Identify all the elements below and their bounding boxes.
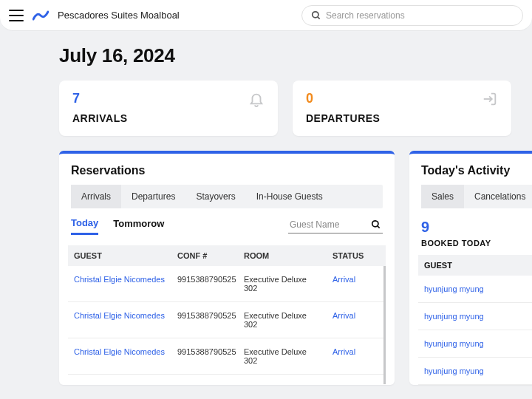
guest-link[interactable]: hyunjung myung — [424, 339, 484, 348]
room-cell: Executive Deluxe 302 — [238, 347, 327, 365]
page-title: July 16, 2024 — [59, 44, 511, 67]
svg-line-1 — [318, 16, 320, 18]
table-row[interactable]: Christal Elgie Nicomedes9915388790525Exe… — [68, 338, 383, 375]
svg-line-3 — [378, 225, 380, 228]
reservations-table-body[interactable]: Christal Elgie Nicomedes9915388790525Exe… — [68, 266, 386, 384]
arrivals-count: 7 — [72, 91, 265, 106]
svg-point-2 — [372, 220, 378, 226]
tab-inhouse[interactable]: In-House Guests — [246, 185, 333, 208]
property-name: Pescadores Suites Moalboal — [58, 10, 180, 21]
guest-link[interactable]: Christal Elgie Nicomedes — [74, 383, 165, 384]
guest-search-input[interactable] — [290, 219, 356, 230]
room-cell: Executive Deluxe 302 — [238, 383, 327, 384]
search-icon — [311, 10, 321, 21]
conf-cell: 9915388790525 — [171, 311, 238, 329]
guest-search[interactable] — [288, 218, 383, 233]
reservations-tabbar: Arrivals Departures Stayovers In-House G… — [71, 185, 383, 208]
booked-count: 9 — [409, 208, 532, 239]
global-search[interactable] — [301, 5, 523, 26]
arrivals-label: ARRIVALS — [72, 112, 265, 124]
col-conf: CONF # — [171, 251, 238, 260]
search-input[interactable] — [326, 10, 514, 21]
conf-cell: 9915388790525 — [171, 383, 238, 384]
status-link[interactable]: Arrival — [332, 347, 355, 356]
table-row[interactable]: Christal Elgie Nicomedes9915388790525Exe… — [68, 375, 383, 384]
status-link[interactable]: Arrival — [332, 275, 355, 284]
status-link[interactable]: Arrival — [332, 311, 355, 320]
guest-link[interactable]: Christal Elgie Nicomedes — [74, 347, 165, 356]
guest-link[interactable]: Christal Elgie Nicomedes — [74, 311, 165, 320]
departures-count: 0 — [306, 91, 498, 106]
subtab-today[interactable]: Today — [71, 217, 98, 235]
list-item[interactable]: hyunjung myung — [418, 276, 532, 303]
svg-point-0 — [313, 11, 318, 17]
status-link[interactable]: Arrival — [332, 383, 355, 384]
table-row[interactable]: Christal Elgie Nicomedes9915388790525Exe… — [68, 302, 383, 338]
reservations-title: Reservations — [59, 164, 395, 185]
activity-panel: Today's Activity Sales Cancelations 9 BO… — [409, 151, 532, 385]
menu-icon[interactable] — [9, 10, 24, 21]
col-guest: GUEST — [68, 251, 171, 260]
activity-tabbar: Sales Cancelations — [421, 185, 532, 208]
tab-cancelations[interactable]: Cancelations — [464, 185, 532, 208]
exit-icon — [482, 91, 498, 110]
conf-cell: 9915388790525 — [171, 347, 238, 365]
activity-body: hyunjung myunghyunjung myunghyunjung myu… — [418, 276, 532, 385]
bell-icon — [248, 91, 265, 110]
guest-link[interactable]: hyunjung myung — [424, 366, 484, 375]
activity-title: Today's Activity — [409, 164, 532, 185]
arrivals-card[interactable]: 7 ARRIVALS — [59, 81, 278, 136]
list-item[interactable]: hyunjung myung — [418, 358, 532, 385]
guest-link[interactable]: hyunjung myung — [424, 284, 484, 293]
tab-stayovers[interactable]: Stayovers — [185, 185, 245, 208]
subtab-tomorrow[interactable]: Tommorow — [113, 218, 164, 233]
list-item[interactable]: hyunjung myung — [418, 330, 532, 358]
departures-card[interactable]: 0 DEPARTURES — [293, 81, 511, 136]
col-room: ROOM — [238, 251, 327, 260]
reservations-table-head: GUEST CONF # ROOM STATUS — [68, 245, 386, 266]
search-icon[interactable] — [371, 219, 381, 230]
room-cell: Executive Deluxe 302 — [238, 311, 327, 329]
reservations-panel: Reservations Arrivals Departures Stayove… — [59, 151, 395, 385]
booked-label: BOOKED TODAY — [409, 239, 532, 255]
guest-link[interactable]: hyunjung myung — [424, 312, 484, 321]
col-status: STATUS — [327, 251, 371, 260]
guest-link[interactable]: Christal Elgie Nicomedes — [74, 275, 165, 284]
tab-arrivals[interactable]: Arrivals — [71, 185, 121, 208]
departures-label: DEPARTURES — [306, 112, 498, 124]
tab-sales[interactable]: Sales — [421, 185, 464, 208]
top-bar: Pescadores Suites Moalboal — [0, 0, 532, 31]
tab-departures[interactable]: Departures — [121, 185, 185, 208]
list-item[interactable]: hyunjung myung — [418, 303, 532, 330]
room-cell: Executive Deluxe 302 — [238, 275, 327, 293]
logo-icon[interactable] — [33, 10, 49, 21]
table-row[interactable]: Christal Elgie Nicomedes9915388790525Exe… — [68, 266, 383, 302]
activity-col-guest: GUEST — [418, 255, 532, 276]
conf-cell: 9915388790525 — [171, 275, 238, 293]
